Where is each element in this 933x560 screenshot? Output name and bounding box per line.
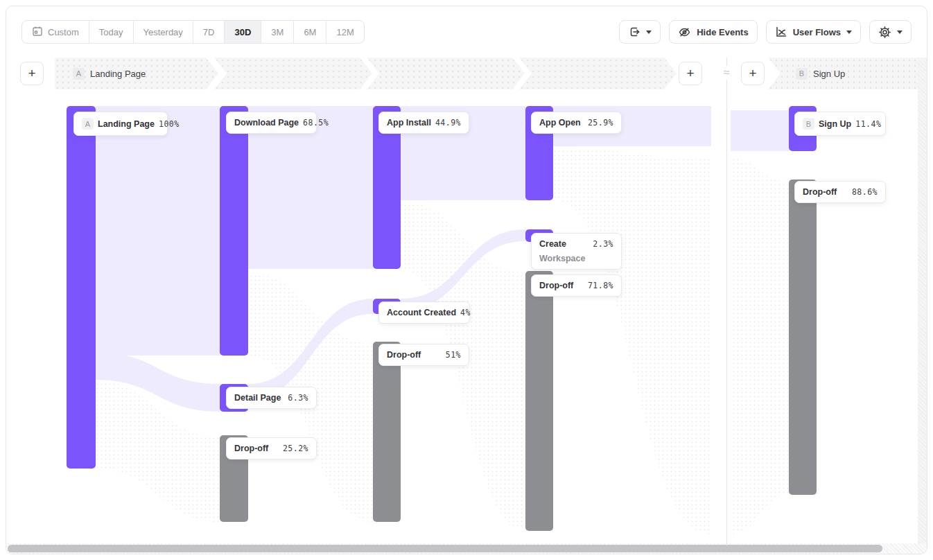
flow-landing-to-download	[96, 106, 220, 356]
dropflow-appopen	[553, 148, 711, 534]
node-label-dropoff-step4[interactable]: Drop-off 71.8%	[531, 274, 622, 297]
bar-dropoff-step4[interactable]	[525, 271, 553, 531]
node-label-account-created[interactable]: Account Created 4%	[378, 301, 470, 324]
node-label-dropoff-step2[interactable]: Drop-off 25.2%	[226, 437, 317, 460]
node-label-detail-page[interactable]: Detail Page 6.3%	[226, 387, 317, 409]
node-label-dropoff-b[interactable]: Drop-off 88.6%	[794, 181, 886, 203]
dropflow-signup	[731, 159, 789, 534]
node-label-landing-page[interactable]: A Landing Page 100%	[73, 112, 168, 136]
step-letter-badge: A	[82, 118, 94, 130]
node-label-download-page[interactable]: Download Page 68.5%	[226, 112, 317, 134]
node-label-app-open[interactable]: App Open 25.9%	[531, 112, 622, 134]
horizontal-scrollbar[interactable]	[6, 543, 927, 554]
vertical-scrollbar[interactable]	[918, 58, 927, 545]
flow-break-symbol: ≈	[717, 66, 735, 80]
bar-dropoff-step3[interactable]	[373, 342, 401, 522]
flow-break-divider	[726, 58, 727, 545]
flow-break-to-signup	[731, 110, 789, 151]
node-label-sign-up[interactable]: B Sign Up 11.4%	[794, 112, 886, 136]
step-letter-badge: B	[803, 118, 814, 130]
node-label-app-install[interactable]: App Install 44.9%	[378, 112, 469, 134]
node-label-create-workspace[interactable]: Create 2.3% Workspace	[531, 233, 622, 270]
user-flows-screen: Custom Today Yesterday 7D 30D 3M 6M 12M	[0, 0, 933, 560]
bar-landing-page[interactable]	[67, 106, 96, 469]
node-label-dropoff-step3[interactable]: Drop-off 51%	[378, 344, 469, 366]
report-card: Custom Today Yesterday 7D 30D 3M 6M 12M	[6, 6, 927, 554]
bar-dropoff-b[interactable]	[789, 180, 817, 495]
bar-download-page[interactable]	[220, 106, 248, 356]
horizontal-scrollbar-thumb[interactable]	[8, 545, 882, 552]
